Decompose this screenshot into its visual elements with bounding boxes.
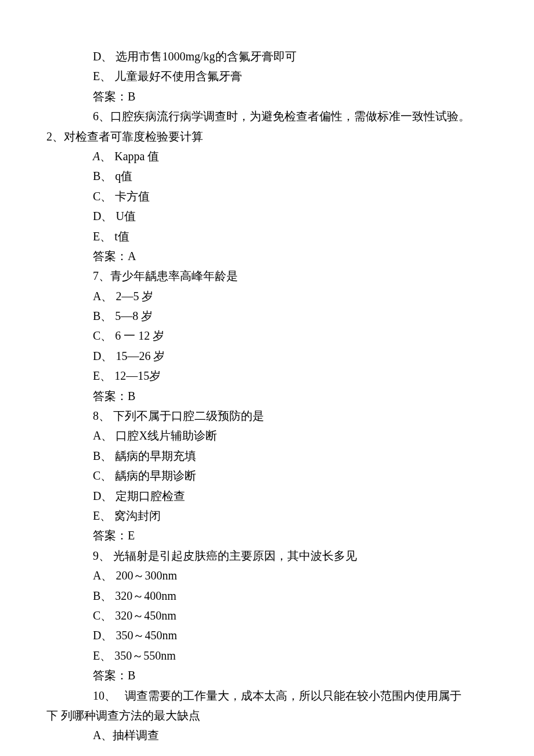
line-text: A、 口腔X线片辅助诊断 [93,429,217,442]
text-line: A、抽样调查 [0,725,534,745]
text-line: D、 定期口腔检查 [0,486,534,506]
text-line: 6、口腔疾病流行病学调查时，为避免检查者偏性，需做标准一致性试验。 [0,106,534,126]
text-line: C、 6 一 12 岁 [0,326,534,345]
text-line: 8、 下列不属于口腔二级预防的是 [0,406,534,426]
line-text: C、 320～450nm [93,609,176,622]
text-line: B、 320～400nm [0,586,534,606]
text-line: C、 卡方值 [0,186,534,206]
text-line: 10、 调查需要的工作量大，成本太高，所以只能在较小范围内使用属于 [0,686,534,705]
line-text: A、 200～300nm [93,569,177,582]
text-line: 答案：E [0,525,534,545]
line-text: E、 350～550nm [93,649,176,662]
text-line: E、 窝沟封闭 [0,506,534,525]
line-text: 答案：B [93,669,135,682]
text-line: E、 t值 [0,226,534,246]
line-text: 答案：B [93,90,135,103]
line-text: 9、 光辐射是引起皮肤癌的主要原因，其中波长多见 [93,549,357,562]
line-text: D、 U值 [93,210,136,222]
text-line: 2、对检查者可靠度检验要计算 [0,127,534,146]
line-text: E、 儿童最好不使用含氟牙膏 [93,70,242,82]
line-text: D、 15—26 岁 [93,350,165,362]
line-text: 下 列哪种调查方法的最大缺点 [46,709,200,722]
text-line: D、 选用市售1000mg/kg的含氟牙膏即可 [0,46,534,66]
line-text: E、 t值 [93,230,129,243]
text-line: B、 q值 [0,166,534,186]
text-line: B、 龋病的早期充填 [0,446,534,466]
text-line: 答案：B [0,665,534,685]
line-text: 、 Kappa 值 [100,150,159,163]
text-line: 下 列哪种调查方法的最大缺点 [0,705,534,725]
text-line: A、 2—5 岁 [0,286,534,306]
line-text: 答案：E [93,529,135,542]
line-text: B、 q值 [93,170,132,182]
line-text: A、抽样调查 [93,729,159,741]
text-line: B、 5—8 岁 [0,306,534,326]
document-body: D、 选用市售1000mg/kg的含氟牙膏即可E、 儿童最好不使用含氟牙膏答案：… [0,46,534,746]
text-line: C、 龋病的早期诊断 [0,466,534,485]
text-line: D、 350～450nm [0,625,534,645]
text-line: E、 儿童最好不使用含氟牙膏 [0,66,534,86]
text-line: 9、 光辐射是引起皮肤癌的主要原因，其中波长多见 [0,546,534,566]
text-line: A、 Kappa 值 [0,146,534,166]
line-text: 2、对检查者可靠度检验要计算 [46,130,203,143]
text-line: E、 350～550nm [0,646,534,665]
line-text: D、 定期口腔检查 [93,489,185,502]
text-line: 答案：A [0,246,534,266]
text-line: D、 U值 [0,206,534,226]
text-line: D、 15—26 岁 [0,346,534,366]
line-text: 答案：A [93,250,136,262]
text-line: A、 200～300nm [0,566,534,585]
italic-prefix: A [93,150,100,163]
line-text: 6、口腔疾病流行病学调查时，为避免检查者偏性，需做标准一致性试验。 [93,110,470,123]
line-text: D、 选用市售1000mg/kg的含氟牙膏即可 [93,50,297,63]
line-text: E、 12—15岁 [93,369,161,382]
text-line: 答案：B [0,386,534,406]
line-text: 7、青少年龋患率高峰年龄是 [93,269,238,282]
text-line: A、 口腔X线片辅助诊断 [0,426,534,445]
text-line: E、 12—15岁 [0,366,534,386]
text-line: C、 320～450nm [0,606,534,625]
line-text: B、 320～400nm [93,589,176,602]
text-line: 7、青少年龋患率高峰年龄是 [0,266,534,286]
line-text: B、 龋病的早期充填 [93,449,196,462]
line-text: B、 5—8 岁 [93,309,153,322]
line-text: A、 2—5 岁 [93,290,153,303]
line-text: 10、 调查需要的工作量大，成本太高，所以只能在较小范围内使用属于 [93,689,461,702]
text-line: 答案：B [0,87,534,106]
line-text: E、 窝沟封闭 [93,509,161,522]
line-text: 8、 下列不属于口腔二级预防的是 [93,409,264,422]
line-text: 答案：B [93,390,135,402]
line-text: C、 6 一 12 岁 [93,329,164,342]
line-text: C、 卡方值 [93,190,150,203]
line-text: D、 350～450nm [93,629,177,642]
line-text: C、 龋病的早期诊断 [93,469,196,482]
